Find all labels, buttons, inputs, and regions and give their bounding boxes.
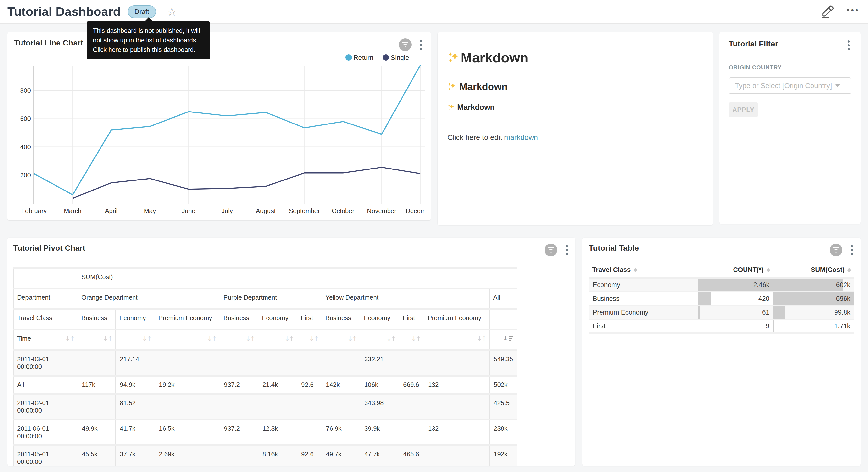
pivot-cell: 332.21 (360, 350, 399, 376)
x-axis-tick: May (144, 207, 156, 214)
edit-markdown-link[interactable]: markdown (504, 133, 538, 141)
pivot-group-header: Orange Department (78, 289, 220, 309)
x-axis-tick: September (289, 207, 320, 214)
sort-icon[interactable]: ↓↑ (65, 335, 74, 343)
pivot-cell: 8.16k (258, 445, 297, 466)
pivot-cell: 192k (490, 445, 517, 466)
pivot-time-header: Time↓↑ (13, 330, 78, 350)
publish-tooltip[interactable]: This dashboard is not published, it will… (87, 21, 210, 59)
sort-icon[interactable]: ↓↑ (246, 335, 254, 343)
pivot-sort-cell: ↓↑ (220, 330, 258, 350)
more-options-ellipsis-icon[interactable]: ••• (846, 6, 860, 18)
apply-button[interactable]: APPLY (728, 102, 758, 117)
y-axis-tick: 600 (20, 115, 31, 122)
pivot-sort-cell: ↓↑ (322, 330, 360, 350)
pivot-cell: 39.9k (360, 420, 399, 445)
pivot-cell (424, 350, 490, 376)
page-title: Tutorial Dashboard (7, 5, 121, 19)
sort-icon[interactable]: ↓↑ (309, 335, 318, 343)
column-header-travel-class[interactable]: Travel Class (589, 263, 698, 278)
markdown-h2: Markdown (447, 81, 703, 92)
sort-desc-icon[interactable]: ↓ (503, 335, 513, 342)
column-header-sum-cost[interactable]: SUM(Cost) (773, 263, 854, 278)
count-cell: 61 (698, 306, 773, 319)
legend-label[interactable]: Return (353, 54, 373, 61)
tutorial-table: Travel Class COUNT(*) SUM(Cost) Economy2… (589, 263, 854, 333)
pivot-cell (322, 350, 360, 376)
count-cell: 2.46k (698, 278, 773, 292)
pivot-cell (78, 394, 116, 420)
count-cell: 9 (698, 319, 773, 333)
origin-country-select[interactable]: Type or Select [Origin Country] (728, 77, 851, 94)
sparkle-icon (447, 51, 460, 64)
kebab-menu-icon[interactable] (564, 244, 569, 256)
pivot-cell (220, 445, 258, 466)
legend-swatch[interactable] (345, 54, 352, 61)
travel-class-cell: First (589, 319, 698, 333)
pivot-col-header: First (399, 309, 424, 330)
pivot-cell: 92.6 (297, 376, 322, 394)
sum-cell: 602k (773, 278, 854, 292)
origin-country-label: ORIGIN COUNTRY (728, 64, 851, 71)
pivot-row-label: 2011-03-01 00:00:00 (13, 350, 78, 376)
filter-icon[interactable] (830, 243, 842, 256)
value-bar (773, 279, 843, 291)
pivot-row-label: 2011-05-01 00:00:00 (13, 445, 78, 466)
sort-icon[interactable]: ↓↑ (284, 335, 293, 343)
x-axis-tick: October (332, 207, 354, 214)
pivot-group-header: Purple Department (220, 289, 322, 309)
pivot-cell: 217.14 (116, 350, 155, 376)
series-line-single (73, 167, 420, 198)
legend-swatch[interactable] (383, 54, 389, 61)
pivot-cell: 142k (322, 376, 360, 394)
value-bar (698, 320, 698, 332)
x-axis-tick: November (367, 207, 396, 214)
pivot-sort-cell: ↓↑ (155, 330, 220, 350)
pivot-cell: 19.2k (155, 376, 220, 394)
sort-icon[interactable]: ↓↑ (207, 335, 216, 343)
markdown-h1: Markdown (447, 50, 703, 65)
pivot-col-header: Economy (116, 309, 155, 330)
pivot-cell: 21.4k (258, 376, 297, 394)
pivot-row-label: 2011-06-01 00:00:00 (13, 420, 78, 445)
sum-cell: 1.71k (773, 319, 854, 333)
pivot-cell: 132 (424, 420, 490, 445)
sort-icon[interactable]: ↓↑ (142, 335, 151, 343)
star-icon[interactable]: ☆ (167, 6, 177, 18)
filter-icon[interactable] (545, 243, 557, 256)
sort-icon[interactable]: ↓↑ (477, 335, 486, 343)
pivot-row: 2011-05-01 00:00:0045.5k37.7k2.69k8.16k9… (13, 445, 517, 466)
pivot-cell (399, 394, 424, 420)
pivot-cell: 132 (424, 376, 490, 394)
line-chart[interactable]: 200400600800FebruaryMarchAprilMayJuneJul… (7, 32, 431, 220)
pivot-sort-cell: ↓ (490, 330, 517, 350)
pivot-cell: 937.2 (220, 376, 258, 394)
y-axis-tick: 800 (20, 87, 31, 94)
pivot-col-header (490, 309, 517, 330)
pivot-cell: 41.7k (116, 420, 155, 445)
pivot-cell: 45.5k (78, 445, 116, 466)
pivot-cell: 106k (360, 376, 399, 394)
legend-label[interactable]: Single (391, 54, 409, 61)
kebab-menu-icon[interactable] (846, 39, 851, 51)
pivot-row: 2011-06-01 00:00:0049.9k41.7k16.5k937.21… (13, 420, 517, 445)
column-header-count[interactable]: COUNT(*) (698, 263, 773, 278)
sort-icon[interactable]: ↓↑ (411, 335, 420, 343)
edit-pencil-icon[interactable] (821, 5, 834, 18)
pivot-cell: 238k (490, 420, 517, 445)
dashboard-header: Tutorial Dashboard Draft ☆ ••• (0, 0, 868, 24)
value-bar (698, 293, 711, 305)
table-row: First91.71k (589, 319, 854, 333)
draft-badge[interactable]: Draft (128, 5, 156, 18)
sort-icon[interactable]: ↓↑ (386, 335, 395, 343)
sort-icon[interactable]: ↓↑ (347, 335, 356, 343)
pivot-cell: 669.6 (399, 376, 424, 394)
sort-icon[interactable]: ↓↑ (103, 335, 112, 343)
markdown-h3: Markdown (447, 103, 703, 112)
pivot-cell (220, 350, 258, 376)
x-axis-tick: August (256, 207, 276, 214)
table-row: Business420696k (589, 292, 854, 306)
pivot-cell: 47.7k (360, 445, 399, 466)
table-title: Tutorial Table (589, 243, 639, 253)
kebab-menu-icon[interactable] (849, 244, 854, 256)
